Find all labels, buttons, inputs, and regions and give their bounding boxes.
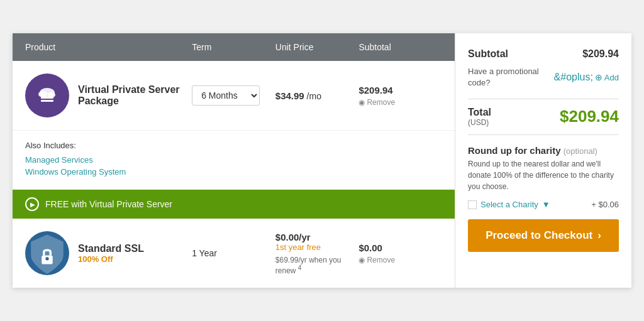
ssl-product-info: Standard SSL 100% Off	[25, 231, 192, 275]
ssl-subtotal-cell: $0.00 ◉ Remove	[358, 242, 442, 264]
checkout-button[interactable]: Proceed to Checkout ›	[468, 219, 619, 252]
vps-remove-label: Remove	[367, 98, 395, 107]
charity-select-label: Select a Charity	[480, 200, 538, 209]
charity-optional: (optional)	[564, 146, 597, 156]
remove-circle-icon: ◉	[358, 98, 365, 107]
ssl-remove-label: Remove	[367, 256, 395, 264]
svg-point-6	[45, 257, 48, 260]
ssl-price-free: 1st year free	[275, 242, 359, 252]
charity-title: Round up for charity (optional)	[468, 145, 619, 156]
vps-term-select-cell: 6 Months1 Month12 Months24 Months	[192, 85, 275, 106]
also-includes-section: Also Includes: Managed Services Windows …	[13, 131, 455, 190]
total-label: Total	[468, 107, 491, 118]
ssl-renew-footnote: 4	[298, 264, 302, 271]
left-panel: Product Term Unit Price Subtotal	[13, 33, 455, 288]
table-header: Product Term Unit Price Subtotal	[13, 33, 455, 61]
product-col-header: Product	[25, 42, 192, 52]
vps-unit-price-cell: $34.99 /mo	[275, 90, 359, 101]
ssl-product-name: Standard SSL	[78, 243, 144, 254]
chevron-right-icon: ›	[597, 229, 601, 242]
vps-price-period: /mo	[307, 91, 321, 101]
vps-subtotal-cell: $209.94 ◉ Remove	[358, 85, 442, 107]
subtotal-col-header: Subtotal	[358, 42, 442, 52]
ssl-remove-icon: ◉	[358, 256, 365, 264]
free-banner: ▶ FREE with Virtual Private Server	[13, 190, 455, 219]
charity-select-row: Select a Charity ▼ + $0.06	[468, 200, 619, 209]
total-currency: (USD)	[468, 118, 491, 127]
vps-term-dropdown[interactable]: 6 Months1 Month12 Months24 Months	[192, 85, 260, 106]
ssl-price-cell: $0.00/yr 1st year free $69.99/yr when yo…	[275, 232, 359, 275]
charity-section: Round up for charity (optional) Round up…	[468, 145, 619, 209]
divider-1	[468, 99, 619, 99]
right-panel: Subtotal $209.94 Have a promotional code…	[455, 33, 631, 288]
charity-chevron-down-icon: ▼	[542, 200, 550, 209]
promo-text: Have a promotional code?	[468, 66, 554, 89]
charity-checkbox-label[interactable]: Select a Charity ▼	[468, 200, 550, 209]
vps-product-info: Virtual Private Server Package	[25, 73, 192, 117]
checkout-label: Proceed to Checkout	[486, 229, 592, 242]
vps-product-name: Virtual Private Server Package	[78, 84, 192, 107]
also-includes-title: Also Includes:	[25, 141, 442, 150]
subtotal-value: $209.94	[582, 48, 619, 60]
also-includes-windows[interactable]: Windows Operating System	[25, 167, 442, 177]
charity-description: Round up to the nearest dollar and we'll…	[468, 158, 619, 192]
free-banner-text: FREE with Virtual Private Server	[45, 199, 172, 209]
subtotal-row: Subtotal $209.94	[468, 48, 619, 60]
vps-price-main: $34.99	[275, 90, 304, 101]
ssl-term-cell: 1 Year	[192, 248, 275, 258]
svg-rect-3	[41, 97, 53, 99]
add-label: Add	[604, 73, 619, 82]
vps-icon	[25, 73, 69, 117]
vps-subtotal-price: $209.94	[358, 85, 442, 95]
charity-amount: + $0.06	[591, 200, 619, 209]
ssl-subtotal-price: $0.00	[358, 242, 442, 253]
play-circle-icon: ▶	[25, 197, 39, 211]
add-promo-button[interactable]: &#oplus; ⊕ Add	[554, 72, 619, 83]
promo-row: Have a promotional code? &#oplus; ⊕ Add	[468, 66, 619, 89]
ssl-renew-text: $69.99/yr when you renew 4	[275, 256, 359, 275]
total-value: $209.94	[560, 107, 619, 126]
charity-checkbox[interactable]	[468, 200, 477, 209]
ssl-discount-badge: 100% Off	[78, 254, 144, 264]
ssl-unit-price: $0.00/yr	[275, 232, 359, 242]
ssl-product-row: Standard SSL 100% Off 1 Year $0.00/yr 1s…	[13, 219, 455, 288]
term-col-header: Term	[192, 42, 275, 52]
ssl-icon	[25, 231, 69, 275]
svg-rect-4	[41, 100, 53, 102]
ssl-term: 1 Year	[192, 248, 217, 258]
vps-remove-button[interactable]: ◉ Remove	[358, 98, 442, 107]
plus-circle-icon: &#oplus;	[554, 72, 593, 83]
vps-product-row: Virtual Private Server Package 6 Months1…	[13, 61, 455, 131]
ssl-remove-button[interactable]: ◉ Remove	[358, 256, 442, 264]
unit-price-col-header: Unit Price	[275, 42, 359, 52]
total-row: Total (USD) $209.94	[468, 107, 619, 127]
divider-2	[468, 134, 619, 135]
also-includes-managed-services[interactable]: Managed Services	[25, 155, 442, 165]
subtotal-label: Subtotal	[468, 48, 508, 60]
svg-point-1	[38, 91, 47, 97]
